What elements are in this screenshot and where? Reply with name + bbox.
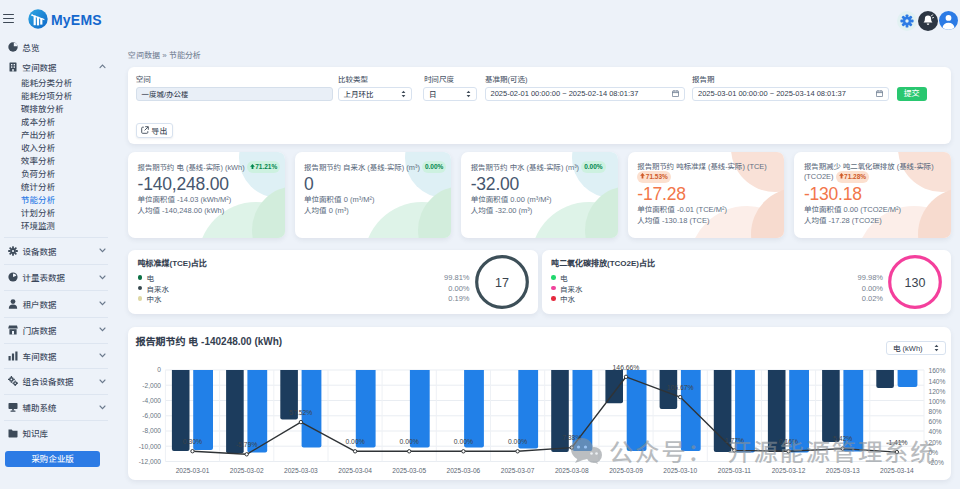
svg-text:80%: 80% bbox=[929, 408, 942, 415]
svg-text:2025-03-06: 2025-03-06 bbox=[447, 467, 481, 474]
svg-text:130: 130 bbox=[905, 275, 926, 289]
svg-text:60%: 60% bbox=[929, 418, 942, 425]
svg-text:2025-03-12: 2025-03-12 bbox=[772, 467, 806, 474]
svg-text:-4,000: -4,000 bbox=[142, 397, 161, 404]
svg-text:2025-03-13: 2025-03-13 bbox=[826, 467, 860, 474]
svg-text:-6,000: -6,000 bbox=[142, 412, 161, 419]
svg-text:2025-03-02: 2025-03-02 bbox=[230, 467, 264, 474]
svg-text:2025-03-01: 2025-03-01 bbox=[176, 467, 210, 474]
svg-text:17: 17 bbox=[495, 275, 509, 289]
svg-text:2025-03-03: 2025-03-03 bbox=[284, 467, 318, 474]
svg-text:160%: 160% bbox=[929, 367, 946, 374]
svg-text:146.66%: 146.66% bbox=[613, 364, 640, 371]
svg-text:140%: 140% bbox=[929, 378, 946, 385]
svg-text:0.00%: 0.00% bbox=[345, 438, 364, 445]
svg-text:2025-03-07: 2025-03-07 bbox=[501, 467, 535, 474]
svg-text:106.67%: 106.67% bbox=[667, 384, 694, 391]
svg-text:0.30%: 0.30% bbox=[183, 438, 202, 445]
svg-text:0.00%: 0.00% bbox=[508, 438, 527, 445]
svg-text:2025-03-05: 2025-03-05 bbox=[392, 467, 426, 474]
svg-text:2025-03-09: 2025-03-09 bbox=[609, 467, 643, 474]
svg-text:120%: 120% bbox=[929, 388, 946, 395]
svg-text:-5.79%: -5.79% bbox=[236, 441, 258, 448]
svg-text:100%: 100% bbox=[929, 398, 946, 405]
svg-text:2025-03-11: 2025-03-11 bbox=[718, 467, 752, 474]
svg-text:-8,000: -8,000 bbox=[142, 427, 161, 434]
svg-text:2025-03-10: 2025-03-10 bbox=[663, 467, 697, 474]
svg-text:2025-03-08: 2025-03-08 bbox=[555, 467, 589, 474]
svg-text:-12,000: -12,000 bbox=[139, 458, 162, 465]
svg-text:-2,000: -2,000 bbox=[142, 382, 161, 389]
svg-text:0.00%: 0.00% bbox=[400, 438, 419, 445]
svg-text:57.52%: 57.52% bbox=[289, 409, 312, 416]
svg-text:2025-03-04: 2025-03-04 bbox=[338, 467, 372, 474]
svg-text:0.00%: 0.00% bbox=[454, 438, 473, 445]
svg-text:2025-03-14: 2025-03-14 bbox=[880, 467, 914, 474]
svg-text:0: 0 bbox=[157, 366, 161, 373]
svg-text:-10,000: -10,000 bbox=[139, 443, 162, 450]
